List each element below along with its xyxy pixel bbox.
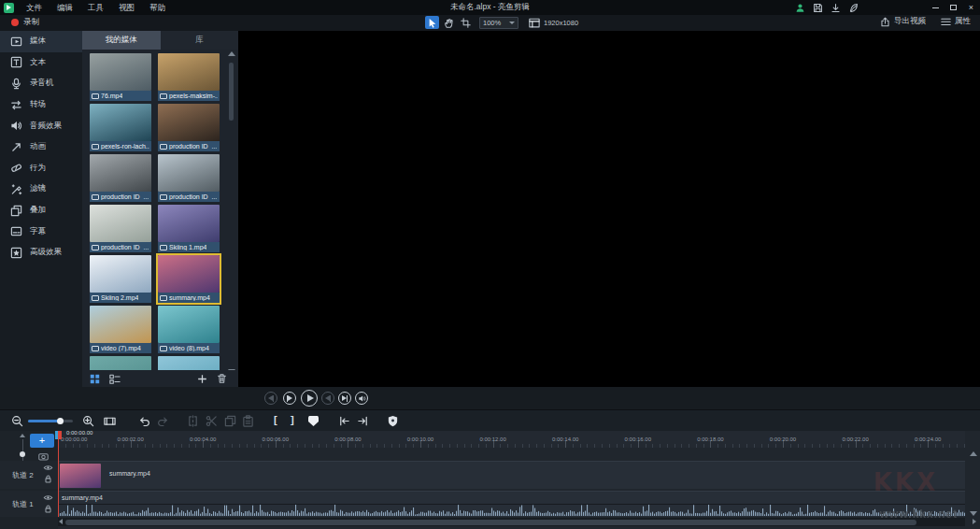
timeline-clip[interactable]: summary.mp4 — [58, 491, 965, 517]
timeline-zoom-out-icon[interactable] — [11, 415, 23, 427]
account-icon[interactable] — [795, 3, 805, 13]
media-tab[interactable]: 库 — [161, 31, 239, 50]
undo-button[interactable] — [138, 415, 150, 427]
track-visibility-icon[interactable] — [43, 493, 53, 503]
redo-button[interactable] — [157, 415, 169, 427]
media-item[interactable]: pexels-ron-lach... — [90, 104, 151, 151]
media-item[interactable]: summary.mp4 — [158, 255, 220, 303]
hand-tool-button[interactable] — [442, 16, 456, 29]
timeline-ruler[interactable]: 0:00:00.000:00:02.000:00:04.000:00:06.00… — [58, 431, 965, 448]
sidebar-item-filter[interactable]: 滤镜 — [0, 179, 82, 200]
clip-icon — [92, 295, 99, 301]
media-scrollbar[interactable] — [227, 51, 235, 374]
sidebar-item-advanced[interactable]: 高级效果 — [0, 242, 82, 264]
record-button[interactable]: 录制 — [11, 17, 39, 28]
media-item[interactable]: Skiing 2.mp4 — [90, 255, 151, 303]
properties-button[interactable]: 属性 — [941, 16, 971, 27]
fit-timeline-icon[interactable] — [104, 415, 116, 427]
timeline-zoom-in-icon[interactable] — [82, 415, 94, 427]
crop-tool-button[interactable] — [459, 16, 473, 29]
media-item[interactable]: video (7).mp4 — [90, 306, 151, 353]
media-item[interactable]: production ID_... — [158, 104, 220, 151]
track-visibility-icon[interactable] — [43, 463, 53, 473]
scroll-left-icon[interactable] — [59, 519, 63, 524]
timeline-zoom-slider[interactable] — [28, 420, 73, 422]
track-lock-icon[interactable] — [43, 474, 53, 484]
playhead-out-handle[interactable] — [58, 431, 62, 439]
zoom-slider-knob[interactable] — [57, 418, 64, 424]
download-icon[interactable] — [831, 3, 841, 13]
media-item[interactable] — [158, 356, 220, 370]
list-view-button[interactable] — [109, 374, 121, 384]
add-marker-button[interactable] — [308, 416, 319, 426]
media-item[interactable]: production ID_... — [158, 154, 220, 202]
slider-up-icon[interactable] — [20, 434, 25, 437]
zoom-level-select[interactable]: 100% — [479, 17, 518, 29]
scroll-up-icon[interactable] — [228, 51, 235, 56]
menu-item[interactable]: 视图 — [111, 0, 142, 15]
quiz-marker-button[interactable] — [387, 415, 399, 427]
minimize-button[interactable] — [927, 0, 944, 15]
cut-button[interactable] — [206, 415, 218, 427]
sidebar-item-recorder[interactable]: 录音机 — [0, 73, 82, 94]
media-tab[interactable]: 我的媒体 — [82, 31, 161, 50]
sidebar-item-transition[interactable]: 转场 — [0, 94, 82, 116]
timeline-vscrollbar[interactable] — [968, 450, 978, 518]
scroll-up-icon[interactable] — [970, 451, 977, 456]
next-frame-button[interactable] — [338, 392, 351, 405]
sidebar-item-overlay[interactable]: 叠加 — [0, 200, 82, 222]
scrollbar-thumb[interactable] — [229, 63, 234, 121]
next-marker-button[interactable] — [357, 415, 369, 427]
maximize-button[interactable] — [944, 0, 962, 15]
volume-button[interactable] — [355, 392, 368, 405]
menu-item[interactable]: 编辑 — [50, 0, 80, 15]
close-button[interactable]: × — [962, 0, 980, 15]
add-track-button[interactable]: + — [30, 434, 54, 448]
media-icon — [10, 36, 22, 48]
media-item[interactable]: Skiing 1.mp4 — [158, 205, 220, 252]
media-item[interactable]: production ID_... — [90, 154, 151, 202]
media-item[interactable] — [90, 356, 151, 370]
media-item[interactable]: production ID_... — [90, 205, 151, 252]
delete-media-button[interactable] — [217, 373, 227, 384]
playhead[interactable] — [58, 431, 59, 517]
scroll-right-icon[interactable] — [973, 519, 976, 524]
copy-button[interactable] — [224, 415, 236, 427]
scroll-down-icon[interactable] — [970, 511, 977, 516]
audiofx-icon — [10, 120, 22, 132]
mark-out-button[interactable]: ] — [291, 414, 294, 425]
sidebar-item-media[interactable]: 媒体 — [0, 31, 82, 52]
paste-button[interactable] — [242, 415, 254, 427]
grid-view-button[interactable] — [90, 374, 100, 384]
preview-canvas[interactable] — [238, 31, 980, 387]
split-button[interactable] — [187, 415, 199, 427]
menu-item[interactable]: 文件 — [19, 0, 50, 15]
add-media-button[interactable] — [197, 374, 207, 384]
media-item[interactable]: 76.mp4 — [90, 53, 151, 101]
slider-knob[interactable] — [20, 451, 25, 457]
sidebar-item-audiofx[interactable]: 音频效果 — [0, 115, 82, 136]
sidebar-item-caption[interactable]: 字幕 — [0, 221, 82, 242]
jump-to-start-button[interactable] — [264, 392, 277, 405]
export-video-button[interactable]: 导出视频 — [880, 16, 926, 27]
prev-frame-button[interactable] — [321, 392, 334, 405]
menu-item[interactable]: 工具 — [80, 0, 111, 15]
theme-pen-icon[interactable] — [848, 3, 859, 13]
mark-in-button[interactable]: [ — [274, 414, 277, 425]
pointer-tool-button[interactable] — [425, 16, 439, 29]
media-item[interactable]: video (8).mp4 — [158, 306, 220, 353]
media-item[interactable]: pexels-maksim-... — [158, 53, 220, 101]
sidebar-item-animation[interactable]: 动画 — [0, 136, 82, 158]
track-lock-icon[interactable] — [43, 504, 53, 514]
timeline-clip[interactable]: summary.mp4 — [58, 461, 965, 489]
timeline-hscrollbar[interactable] — [58, 518, 965, 526]
save-icon[interactable] — [813, 3, 823, 13]
sidebar-item-text[interactable]: 文本 — [0, 52, 82, 74]
prev-marker-button[interactable] — [338, 415, 350, 427]
play-button[interactable] — [301, 390, 318, 407]
step-backward-button[interactable] — [283, 392, 296, 405]
menu-item[interactable]: 帮助 — [142, 0, 173, 15]
scrollbar-thumb[interactable] — [65, 520, 916, 525]
sidebar-item-behavior[interactable]: 行为 — [0, 158, 82, 179]
canvas-size-icon[interactable] — [529, 18, 540, 28]
